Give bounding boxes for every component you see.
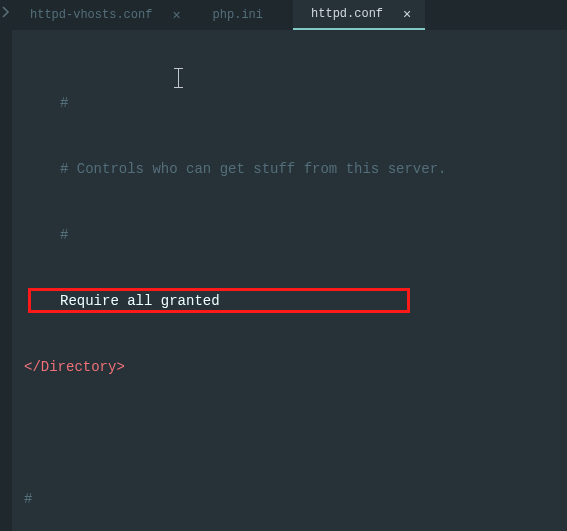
tab-httpd-conf[interactable]: httpd.conf × bbox=[293, 0, 425, 30]
code-text: Require all granted bbox=[60, 293, 220, 309]
activity-bar bbox=[0, 0, 12, 531]
code-comment: # Controls who can get stuff from this s… bbox=[60, 161, 446, 177]
code-editor[interactable]: # # Controls who can get stuff from this… bbox=[0, 30, 567, 531]
code-tag: </Directory> bbox=[24, 359, 125, 375]
code-comment: # bbox=[60, 95, 68, 111]
tab-label: httpd.conf bbox=[311, 7, 383, 21]
tab-label: php.ini bbox=[213, 8, 263, 22]
tab-label: httpd-vhosts.conf bbox=[30, 8, 152, 22]
close-icon[interactable]: × bbox=[403, 7, 411, 21]
tab-httpd-vhosts[interactable]: httpd-vhosts.conf × bbox=[12, 0, 195, 30]
code-comment: # bbox=[24, 491, 32, 507]
tab-bar: httpd-vhosts.conf × php.ini httpd.conf × bbox=[0, 0, 567, 30]
tab-php-ini[interactable]: php.ini bbox=[195, 0, 293, 30]
blank-line bbox=[24, 422, 559, 444]
chevron-right-icon[interactable] bbox=[0, 6, 12, 18]
close-icon[interactable]: × bbox=[172, 8, 180, 22]
code-comment: # bbox=[60, 227, 68, 243]
